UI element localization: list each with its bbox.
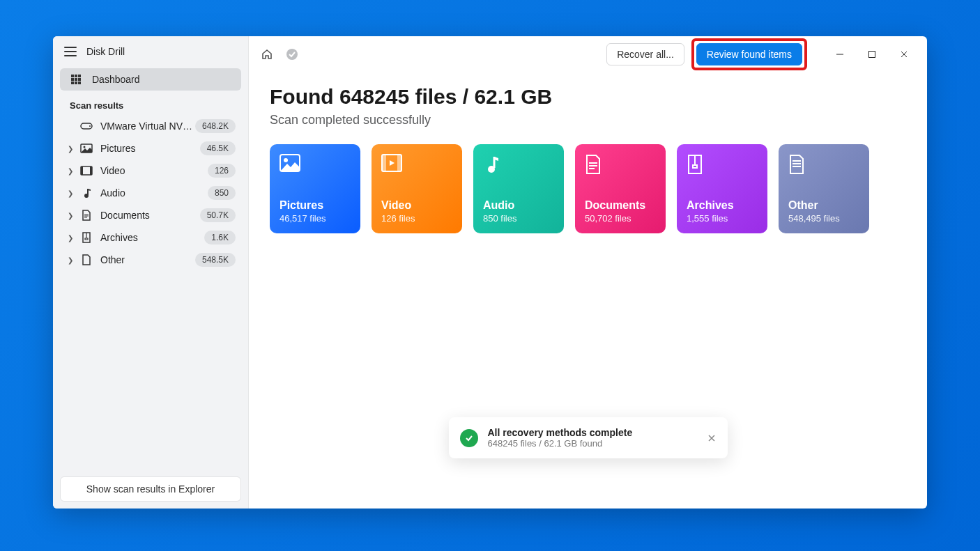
sidebar-row-other[interactable]: ❯ Other 548.5K xyxy=(60,249,241,271)
sidebar-item-label: Archives xyxy=(100,232,204,243)
window-controls xyxy=(824,43,920,65)
card-files: 850 files xyxy=(483,213,554,224)
sidebar-row-documents[interactable]: ❯ Documents 50.7K xyxy=(60,204,241,226)
svg-rect-22 xyxy=(382,155,386,171)
audio-icon xyxy=(79,187,93,199)
card-video[interactable]: Video 126 files xyxy=(372,144,462,233)
svg-rect-14 xyxy=(81,166,83,175)
video-icon xyxy=(79,166,93,176)
check-icon xyxy=(460,429,478,447)
other-icon xyxy=(788,154,809,175)
chevron-right-icon: ❯ xyxy=(66,145,75,153)
svg-point-16 xyxy=(84,194,89,198)
titlebar: Recover all... Review found items xyxy=(249,36,927,72)
disk-label: VMware Virtual NVM... xyxy=(100,121,195,132)
sidebar-row-audio[interactable]: ❯ Audio 850 xyxy=(60,182,241,204)
card-files: 126 files xyxy=(381,213,452,224)
count-badge: 850 xyxy=(208,186,236,200)
review-found-items-button[interactable]: Review found items xyxy=(696,43,802,65)
sidebar: Disk Drill Dashboard Scan results VMware… xyxy=(53,36,249,509)
svg-rect-8 xyxy=(78,82,81,84)
sidebar-item-label: Audio xyxy=(100,187,208,199)
count-badge: 50.7K xyxy=(200,208,236,222)
card-audio[interactable]: Audio 850 files xyxy=(473,144,564,233)
svg-point-24 xyxy=(488,166,495,173)
show-in-explorer-button[interactable]: Show scan results in Explorer xyxy=(60,476,241,502)
card-documents[interactable]: Documents 50,702 files xyxy=(575,144,666,233)
card-title: Other xyxy=(788,199,859,212)
toast-close-button[interactable] xyxy=(707,433,717,443)
svg-rect-1 xyxy=(75,75,77,77)
sidebar-item-label: Video xyxy=(100,165,208,176)
hamburger-icon[interactable] xyxy=(64,47,77,56)
documents-icon xyxy=(79,210,93,221)
home-icon[interactable] xyxy=(260,47,274,61)
svg-rect-6 xyxy=(71,82,74,84)
svg-rect-5 xyxy=(78,78,81,81)
svg-rect-3 xyxy=(71,78,74,81)
sidebar-row-disk[interactable]: VMware Virtual NVM... 648.2K xyxy=(60,115,241,137)
results-subline: Scan completed successfully xyxy=(270,113,906,127)
sidebar-row-video[interactable]: ❯ Video 126 xyxy=(60,160,241,182)
sidebar-item-label: Other xyxy=(100,254,195,265)
sidebar-body: Dashboard Scan results VMware Virtual NV… xyxy=(53,64,248,469)
count-badge: 1.6K xyxy=(204,231,236,245)
card-title: Pictures xyxy=(280,199,351,212)
minimize-button[interactable] xyxy=(824,43,856,65)
pictures-icon xyxy=(79,143,93,153)
app-title: Disk Drill xyxy=(86,46,125,57)
completion-toast: All recovery methods complete 648245 fil… xyxy=(449,417,728,458)
count-badge: 126 xyxy=(208,164,236,178)
highlight-annotation: Review found items xyxy=(691,38,807,70)
sidebar-section-label: Scan results xyxy=(60,91,241,115)
grid-icon xyxy=(70,74,82,85)
video-icon xyxy=(381,154,402,175)
card-files: 1,555 files xyxy=(687,213,758,224)
disk-icon xyxy=(79,121,93,131)
check-badge-icon[interactable] xyxy=(285,47,299,61)
card-files: 50,702 files xyxy=(585,213,656,224)
svg-rect-4 xyxy=(75,78,77,81)
audio-icon xyxy=(483,154,504,175)
svg-point-10 xyxy=(89,125,91,127)
maximize-button[interactable] xyxy=(856,43,888,65)
count-badge: 46.5K xyxy=(200,141,236,155)
card-title: Archives xyxy=(687,199,758,212)
card-archives[interactable]: Archives 1,555 files xyxy=(677,144,767,233)
chevron-right-icon: ❯ xyxy=(66,189,75,197)
recover-all-button[interactable]: Recover all... xyxy=(606,43,684,65)
card-title: Documents xyxy=(585,199,656,212)
svg-rect-15 xyxy=(90,166,92,175)
sidebar-footer: Show scan results in Explorer xyxy=(53,469,248,509)
sidebar-item-label: Pictures xyxy=(100,143,200,154)
card-files: 548,495 files xyxy=(788,213,859,224)
close-button[interactable] xyxy=(888,43,920,65)
card-other[interactable]: Other 548,495 files xyxy=(779,144,869,233)
sidebar-row-pictures[interactable]: ❯ Pictures 46.5K xyxy=(60,137,241,160)
svg-rect-2 xyxy=(78,75,81,77)
card-title: Audio xyxy=(483,199,554,212)
toast-title: All recovery methods complete xyxy=(488,427,697,438)
app-window: Disk Drill Dashboard Scan results VMware… xyxy=(53,36,927,509)
results-headline: Found 648245 files / 62.1 GB xyxy=(270,85,906,109)
card-files: 46,517 files xyxy=(280,213,351,224)
other-icon xyxy=(79,254,93,265)
svg-point-17 xyxy=(286,49,298,60)
card-pictures[interactable]: Pictures 46,517 files xyxy=(270,144,360,233)
chevron-right-icon: ❯ xyxy=(66,212,75,219)
pictures-icon xyxy=(280,154,300,175)
svg-point-12 xyxy=(84,146,86,148)
chevron-right-icon: ❯ xyxy=(66,256,75,264)
svg-rect-23 xyxy=(397,155,401,171)
archives-icon xyxy=(79,232,93,243)
card-title: Video xyxy=(381,199,452,212)
sidebar-item-label: Documents xyxy=(100,210,200,221)
svg-point-20 xyxy=(284,158,288,162)
sidebar-header: Disk Drill xyxy=(53,36,248,64)
chevron-right-icon: ❯ xyxy=(66,234,75,242)
sidebar-item-dashboard[interactable]: Dashboard xyxy=(60,68,241,91)
sidebar-row-archives[interactable]: ❯ Archives 1.6K xyxy=(60,226,241,249)
svg-rect-7 xyxy=(75,82,77,84)
svg-rect-0 xyxy=(71,75,74,77)
toast-subtitle: 648245 files / 62.1 GB found xyxy=(488,438,697,449)
